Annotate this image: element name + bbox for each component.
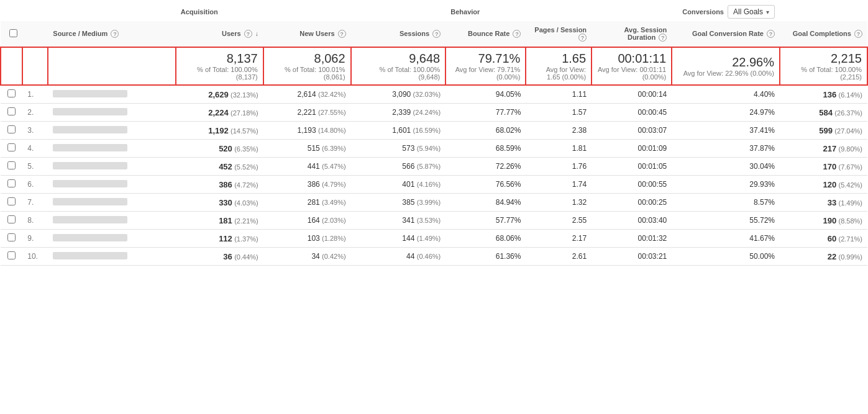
goal-comp-value: 120: [823, 180, 836, 189]
row-avg-session: 00:01:05: [592, 158, 672, 176]
row-goal-completions: 584 (26.37%): [780, 104, 867, 122]
goal-completions-info-icon[interactable]: ?: [854, 30, 862, 38]
row-checkbox-cell[interactable]: [1, 212, 22, 230]
row-new-users: 2,221 (27.55%): [263, 104, 351, 122]
select-all-checkbox-header[interactable]: [1, 21, 22, 47]
row-checkbox-cell[interactable]: [1, 85, 22, 104]
row-num: 10.: [22, 248, 48, 266]
row-goal-conv-rate: 24.97%: [672, 104, 780, 122]
row-checkbox[interactable]: [7, 107, 16, 115]
row-checkbox-cell[interactable]: [1, 122, 22, 140]
row-checkbox-cell[interactable]: [1, 248, 22, 266]
row-source[interactable]: [48, 230, 175, 248]
row-source[interactable]: [48, 140, 175, 158]
row-bounce-rate: 77.77%: [445, 104, 526, 122]
bounce-rate-value: 76.56%: [496, 180, 521, 189]
row-source[interactable]: [48, 212, 175, 230]
goal-conv-rate-info-icon[interactable]: ?: [767, 30, 775, 38]
row-sessions: 401 (4.16%): [351, 176, 446, 194]
avg-session-col-header[interactable]: Avg. Session Duration ?: [592, 21, 672, 47]
bounce-rate-value: 68.02%: [496, 126, 521, 135]
row-new-users: 103 (1.28%): [263, 230, 351, 248]
users-value: 1,192: [208, 126, 229, 135]
row-checkbox-cell[interactable]: [1, 194, 22, 212]
table-row: 5. 452 (5.52%) 441 (5.47%) 566 (5.87%) 7…: [1, 158, 867, 176]
users-pct: (27.18%): [231, 109, 258, 117]
row-source[interactable]: [48, 176, 175, 194]
sessions-pct: (5.94%): [417, 145, 441, 152]
new-users-pct: (1.28%): [322, 235, 346, 242]
summary-avg-session-value: 00:01:11: [597, 52, 666, 66]
row-checkbox-cell[interactable]: [1, 176, 22, 194]
row-checkbox[interactable]: [7, 251, 16, 259]
summary-pages-sub: Avg for View: 1.65 (0.00%): [531, 66, 586, 81]
row-source[interactable]: [48, 158, 175, 176]
row-users: 1,192 (14.57%): [176, 122, 263, 140]
users-info-icon[interactable]: ?: [244, 30, 252, 38]
row-checkbox-cell[interactable]: [1, 158, 22, 176]
row-source[interactable]: [48, 104, 175, 122]
goal-completions-label: Goal Completions: [793, 30, 851, 37]
behavior-section-header: Behavior: [445, 0, 672, 21]
row-sessions: 3,090 (32.03%): [351, 85, 446, 104]
row-source[interactable]: [48, 248, 175, 266]
row-checkbox-cell[interactable]: [1, 140, 22, 158]
bounce-rate-info-icon[interactable]: ?: [513, 30, 521, 38]
row-checkbox[interactable]: [7, 125, 16, 133]
bounce-rate-col-header[interactable]: Bounce Rate ?: [445, 21, 526, 47]
row-source[interactable]: [48, 194, 175, 212]
summary-goal-conv-value: 22.96%: [677, 55, 774, 70]
row-checkbox[interactable]: [7, 89, 16, 97]
row-checkbox[interactable]: [7, 233, 16, 241]
sessions-pct: (0.46%): [417, 253, 441, 260]
row-bounce-rate: 94.05%: [445, 85, 526, 104]
sessions-value: 566: [402, 162, 414, 171]
users-value: 2,629: [208, 90, 229, 99]
table-row: 10. 36 (0.44%) 34 (0.42%) 44 (0.46%) 61.…: [1, 248, 867, 266]
users-pct: (2.21%): [234, 217, 258, 225]
pages-session-info-icon[interactable]: ?: [578, 34, 587, 42]
row-num: 5.: [22, 158, 48, 176]
new-users-col-header[interactable]: New Users ?: [263, 21, 351, 47]
row-goal-completions: 170 (7.67%): [780, 158, 867, 176]
pages-session-col-header[interactable]: Pages / Session ?: [526, 21, 592, 47]
summary-goal-conv-cell: 22.96% Avg for View: 22.96% (0.00%): [672, 47, 780, 85]
row-num: 6.: [22, 176, 48, 194]
chevron-down-icon: ▾: [766, 9, 769, 16]
sessions-info-icon[interactable]: ?: [432, 30, 441, 38]
pages-value: 2.55: [572, 216, 587, 225]
summary-avg-session-sub: Avg for View: 00:01:11 (0.00%): [597, 66, 666, 81]
avg-session-value: 00:03:21: [638, 252, 667, 261]
row-checkbox-cell[interactable]: [1, 104, 22, 122]
row-source[interactable]: [48, 122, 175, 140]
avg-session-info-icon[interactable]: ?: [659, 34, 667, 42]
new-users-pct: (0.42%): [322, 253, 346, 260]
goal-comp-pct: (2.71%): [838, 235, 862, 243]
users-col-header[interactable]: Users ? ↓: [176, 21, 263, 47]
row-checkbox[interactable]: [7, 143, 16, 151]
row-checkbox[interactable]: [7, 197, 16, 205]
goal-conv-value: 41.67%: [749, 234, 775, 243]
users-sort-icon[interactable]: ↓: [255, 30, 258, 37]
row-goal-conv-rate: 29.93%: [672, 176, 780, 194]
row-checkbox[interactable]: [7, 215, 16, 223]
source-blur: [53, 234, 127, 241]
source-medium-info-icon[interactable]: ?: [111, 30, 119, 38]
row-checkbox[interactable]: [7, 161, 16, 169]
row-source[interactable]: [48, 85, 175, 104]
sessions-value: 2,339: [392, 108, 411, 117]
row-goal-conv-rate: 50.00%: [672, 248, 780, 266]
pages-value: 2.17: [572, 234, 587, 243]
users-pct: (6.35%): [234, 145, 258, 153]
new-users-info-icon[interactable]: ?: [338, 30, 346, 38]
summary-checkbox-cell: [1, 47, 22, 85]
goal-conv-rate-col-header[interactable]: Goal Conversion Rate ?: [672, 21, 780, 47]
users-value: 386: [219, 180, 232, 189]
goal-completions-col-header[interactable]: Goal Completions ?: [780, 21, 867, 47]
select-all-checkbox[interactable]: [9, 29, 17, 37]
all-goals-dropdown[interactable]: All Goals ▾: [728, 5, 775, 19]
sessions-col-header[interactable]: Sessions ?: [351, 21, 446, 47]
row-checkbox[interactable]: [7, 179, 16, 187]
row-checkbox-cell[interactable]: [1, 230, 22, 248]
pages-session-label: Pages / Session: [534, 26, 587, 34]
